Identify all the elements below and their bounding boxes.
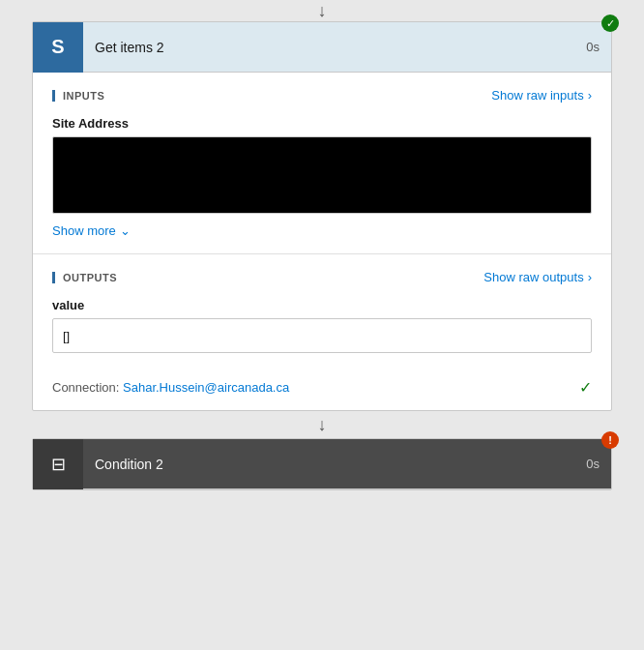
inputs-section: INPUTS Show raw inputs › Site Address Sh… xyxy=(33,73,611,253)
error-icon: ! xyxy=(608,434,612,446)
get-items-card-body: INPUTS Show raw inputs › Site Address Sh… xyxy=(33,73,611,410)
show-more-link[interactable]: Show more ⌄ xyxy=(52,223,592,238)
output-value-content: [] xyxy=(63,329,70,343)
middle-arrow-icon: ↓ xyxy=(318,415,327,435)
condition-error-badge: ! xyxy=(601,431,619,449)
condition-card-header[interactable]: ⊟ Condition 2 0s ! xyxy=(33,439,611,489)
show-raw-inputs-text: Show raw inputs xyxy=(491,88,583,103)
condition-card: ⊟ Condition 2 0s ! xyxy=(32,438,612,490)
connection-email[interactable]: Sahar.Hussein@aircanada.ca xyxy=(123,380,289,395)
site-address-label: Site Address xyxy=(52,116,592,131)
top-arrow-icon: ↓ xyxy=(318,1,327,21)
outputs-label: OUTPUTS xyxy=(52,272,117,283)
success-check-icon: ✓ xyxy=(606,17,615,30)
main-container: ↓ S Get items 2 0s ✓ INPUTS Show raw inp… xyxy=(0,0,644,650)
show-more-text: Show more xyxy=(52,223,116,238)
middle-arrow-container: ↓ xyxy=(318,411,327,438)
get-items-card: S Get items 2 0s ✓ INPUTS Show raw input… xyxy=(32,21,612,411)
inputs-label: INPUTS xyxy=(52,90,104,102)
show-raw-outputs-text: Show raw outputs xyxy=(483,270,583,284)
show-raw-inputs-chevron-icon: › xyxy=(588,88,592,103)
connection-label: Connection: xyxy=(52,380,119,395)
inputs-section-header: INPUTS Show raw inputs › xyxy=(52,88,592,103)
get-items-title: Get items 2 xyxy=(83,40,574,55)
show-more-chevron-icon: ⌄ xyxy=(120,223,131,238)
connection-check-icon: ✓ xyxy=(579,378,592,397)
condition-icon-box: ⊟ xyxy=(33,439,83,489)
outputs-section-header: OUTPUTS Show raw outputs › xyxy=(52,270,592,284)
show-raw-outputs-link[interactable]: Show raw outputs › xyxy=(483,270,592,284)
connection-info: Connection: Sahar.Hussein@aircanada.ca xyxy=(52,380,289,395)
get-items-duration: 0s xyxy=(574,40,611,54)
show-raw-inputs-link[interactable]: Show raw inputs › xyxy=(491,88,592,103)
site-address-value xyxy=(52,136,592,214)
get-items-icon-letter: S xyxy=(51,36,64,58)
condition-title: Condition 2 xyxy=(83,457,574,472)
get-items-icon-box: S xyxy=(33,22,83,73)
get-items-success-badge: ✓ xyxy=(601,15,619,32)
condition-duration: 0s xyxy=(574,457,611,471)
top-arrow-container: ↓ xyxy=(318,0,327,21)
show-raw-outputs-chevron-icon: › xyxy=(588,270,592,284)
value-label: value xyxy=(52,298,592,312)
condition-icon: ⊟ xyxy=(51,454,66,475)
output-value-box: [] xyxy=(52,318,592,353)
get-items-card-header[interactable]: S Get items 2 0s ✓ xyxy=(33,22,611,73)
outputs-section: OUTPUTS Show raw outputs › value [] xyxy=(33,254,611,369)
connection-row: Connection: Sahar.Hussein@aircanada.ca ✓ xyxy=(33,369,611,410)
